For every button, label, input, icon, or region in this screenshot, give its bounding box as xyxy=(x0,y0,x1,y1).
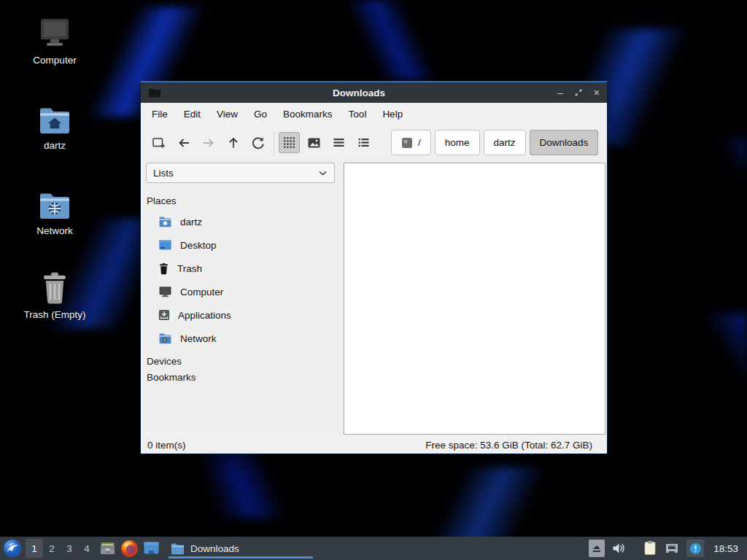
sidebar-item-label: Applications xyxy=(178,310,231,321)
up-button[interactable] xyxy=(222,132,244,153)
notification-icon[interactable] xyxy=(686,540,704,557)
close-button[interactable]: × xyxy=(594,88,600,98)
path-breadcrumb: / home dartz Downloads xyxy=(391,130,598,155)
disk-icon xyxy=(401,137,413,149)
file-manager-window: Downloads – × File Edit View Go Bookmark… xyxy=(140,81,608,454)
lxqt-logo-icon xyxy=(3,539,22,558)
task-button-label: Downloads xyxy=(190,543,239,554)
toolbar: / home dartz Downloads xyxy=(141,125,607,160)
trash-icon xyxy=(39,271,70,304)
sidebar-item-network[interactable]: Network xyxy=(146,327,335,350)
path-home-button[interactable]: home xyxy=(435,130,480,155)
sidebar-view-selector[interactable]: Lists xyxy=(146,163,335,183)
workspace-button-1[interactable]: 1 xyxy=(26,539,43,558)
sidebar-item-trash[interactable]: Trash xyxy=(146,257,335,280)
trash-icon xyxy=(158,262,169,275)
folder-home-icon xyxy=(37,101,72,135)
sidebar-item-desktop[interactable]: Desktop xyxy=(146,233,335,257)
icon-view-button[interactable] xyxy=(279,132,300,153)
toolbar-separator xyxy=(274,132,274,154)
path-segment-label: Downloads xyxy=(540,137,589,148)
menu-help[interactable]: Help xyxy=(374,103,411,125)
sidebar-item-label: Trash xyxy=(177,263,202,274)
path-segment-label: / xyxy=(418,137,421,148)
chevron-down-icon xyxy=(318,170,328,176)
firefox-launcher-icon[interactable] xyxy=(119,538,139,559)
thumbnail-view-button[interactable] xyxy=(303,132,325,153)
menu-view[interactable]: View xyxy=(209,103,246,125)
sidebar-item-label: Computer xyxy=(180,287,223,298)
compact-view-button[interactable] xyxy=(328,132,349,153)
free-space-text: Free space: 53.6 GiB (Total: 62.7 GiB) xyxy=(425,440,607,451)
path-dartz-button[interactable]: dartz xyxy=(484,130,526,155)
active-task-indicator xyxy=(169,556,313,559)
window-main-area: Lists Places dartz Desktop xyxy=(141,160,607,436)
folder-network-icon xyxy=(158,332,172,344)
sidebar-view-selector-value: Lists xyxy=(153,168,318,179)
folder-home-icon xyxy=(158,216,172,228)
menu-file[interactable]: File xyxy=(144,103,176,125)
applications-icon xyxy=(158,309,170,321)
workspace-button-2[interactable]: 2 xyxy=(43,539,61,558)
sidebar: Lists Places dartz Desktop xyxy=(141,160,339,436)
sidebar-item-label: Desktop xyxy=(180,240,217,251)
clipboard-icon[interactable] xyxy=(643,540,657,556)
detailed-list-view-button[interactable] xyxy=(353,132,374,153)
back-button[interactable] xyxy=(173,132,194,153)
sidebar-section-bookmarks: Bookmarks xyxy=(147,368,335,386)
window-titlebar[interactable]: Downloads – × xyxy=(141,82,607,103)
menu-bookmarks[interactable]: Bookmarks xyxy=(275,103,341,125)
desktop-icon-network[interactable]: Network xyxy=(15,187,95,236)
network-icon[interactable] xyxy=(664,541,680,556)
removable-media-icon[interactable] xyxy=(589,540,605,557)
desktop-screen: { "colors": { "accent_blue": "#4a90d9", … xyxy=(0,0,747,560)
volume-icon[interactable] xyxy=(611,542,626,555)
desktop-icon-label: Computer xyxy=(33,55,76,66)
workspace-button-4[interactable]: 4 xyxy=(78,539,96,558)
folder-network-icon xyxy=(37,187,72,220)
desktop-icon-label: Trash (Empty) xyxy=(23,309,85,320)
desktop-icon-dartz[interactable]: dartz xyxy=(15,101,95,151)
start-menu-button[interactable] xyxy=(1,538,23,559)
desktop-icon-label: Network xyxy=(36,225,73,236)
path-downloads-button[interactable]: Downloads xyxy=(530,130,599,155)
sidebar-section-places: Places xyxy=(147,191,335,210)
path-segment-label: home xyxy=(445,137,470,148)
item-count-text: 0 item(s) xyxy=(141,440,186,451)
path-segment-label: dartz xyxy=(494,137,516,148)
maximize-button[interactable] xyxy=(574,88,583,97)
folder-icon xyxy=(170,542,185,555)
desktop-icon-label: dartz xyxy=(44,140,66,151)
menubar: File Edit View Go Bookmarks Tool Help xyxy=(141,103,607,125)
workspace-button-3[interactable]: 3 xyxy=(61,539,78,558)
computer-icon xyxy=(37,16,72,50)
sidebar-item-applications[interactable]: Applications xyxy=(146,303,335,327)
new-tab-button[interactable] xyxy=(148,132,169,153)
file-list-pane[interactable] xyxy=(344,163,605,435)
task-button-downloads[interactable]: Downloads xyxy=(169,537,313,560)
computer-icon xyxy=(158,286,172,298)
forward-button[interactable] xyxy=(198,132,219,153)
window-title: Downloads xyxy=(160,88,557,98)
sidebar-item-label: dartz xyxy=(180,217,202,228)
menu-go[interactable]: Go xyxy=(246,103,275,125)
minimize-button[interactable]: – xyxy=(557,88,563,98)
sidebar-item-computer[interactable]: Computer xyxy=(146,280,335,303)
menu-edit[interactable]: Edit xyxy=(176,103,209,125)
taskbar-clock[interactable]: 18:53 xyxy=(713,543,738,554)
taskbar: 1 2 3 4 Downloads 18:53 xyxy=(0,537,747,560)
statusbar: 0 item(s) Free space: 53.6 GiB (Total: 6… xyxy=(141,436,607,454)
path-root-button[interactable]: / xyxy=(391,130,431,155)
desktop-viewer-launcher-icon[interactable] xyxy=(141,538,161,559)
refresh-button[interactable] xyxy=(247,132,268,153)
desktop-icon-computer[interactable]: Computer xyxy=(15,16,95,66)
desktop-icon-trash[interactable]: Trash (Empty) xyxy=(15,271,95,320)
sidebar-item-label: Network xyxy=(180,333,217,344)
file-manager-launcher-icon[interactable] xyxy=(97,538,117,559)
menu-tool[interactable]: Tool xyxy=(341,103,375,125)
window-folder-icon xyxy=(148,88,160,98)
desktop-icon xyxy=(158,239,172,251)
sidebar-item-dartz[interactable]: dartz xyxy=(146,210,335,233)
